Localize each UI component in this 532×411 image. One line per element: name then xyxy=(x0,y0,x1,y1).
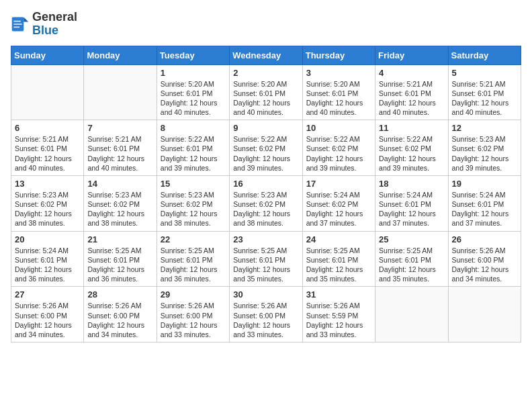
day-number: 31 xyxy=(306,289,371,300)
day-number: 18 xyxy=(379,179,444,189)
day-number: 26 xyxy=(452,234,517,244)
calendar-cell xyxy=(84,64,157,120)
calendar-table: SundayMondayTuesdayWednesdayThursdayFrid… xyxy=(11,46,521,342)
day-number: 22 xyxy=(161,234,226,244)
day-info: Sunrise: 5:20 AMSunset: 6:01 PMDaylight:… xyxy=(161,79,226,118)
calendar-week-4: 20Sunrise: 5:24 AMSunset: 6:01 PMDayligh… xyxy=(11,231,521,287)
weekday-header-thursday: Thursday xyxy=(302,46,375,64)
calendar-cell: 6Sunrise: 5:21 AMSunset: 6:01 PMDaylight… xyxy=(11,120,84,176)
calendar-cell: 10Sunrise: 5:22 AMSunset: 6:02 PMDayligh… xyxy=(302,120,375,176)
day-number: 21 xyxy=(87,234,152,244)
day-info: Sunrise: 5:22 AMSunset: 6:02 PMDaylight:… xyxy=(306,134,371,173)
day-number: 29 xyxy=(161,289,226,300)
logo-icon xyxy=(11,15,30,34)
day-number: 4 xyxy=(379,68,444,78)
day-number: 12 xyxy=(452,123,517,133)
weekday-header-monday: Monday xyxy=(84,46,157,64)
svg-rect-3 xyxy=(13,24,21,25)
weekday-header-saturday: Saturday xyxy=(448,46,521,64)
calendar-week-1: 1Sunrise: 5:20 AMSunset: 6:01 PMDaylight… xyxy=(11,64,521,120)
weekday-header-wednesday: Wednesday xyxy=(230,46,302,64)
day-number: 2 xyxy=(233,68,298,78)
day-info: Sunrise: 5:26 AMSunset: 6:00 PMDaylight:… xyxy=(452,246,517,284)
weekday-header-tuesday: Tuesday xyxy=(157,46,229,64)
calendar-week-3: 13Sunrise: 5:23 AMSunset: 6:02 PMDayligh… xyxy=(11,175,521,231)
day-number: 13 xyxy=(15,179,80,189)
calendar-cell: 31Sunrise: 5:26 AMSunset: 5:59 PMDayligh… xyxy=(302,287,375,342)
day-info: Sunrise: 5:25 AMSunset: 6:01 PMDaylight:… xyxy=(233,246,298,284)
calendar-week-2: 6Sunrise: 5:21 AMSunset: 6:01 PMDaylight… xyxy=(11,120,521,176)
day-info: Sunrise: 5:26 AMSunset: 6:00 PMDaylight:… xyxy=(161,301,226,339)
calendar-cell: 27Sunrise: 5:26 AMSunset: 6:00 PMDayligh… xyxy=(11,287,84,342)
day-number: 11 xyxy=(379,123,444,133)
day-number: 14 xyxy=(87,179,152,189)
calendar-cell: 7Sunrise: 5:21 AMSunset: 6:01 PMDaylight… xyxy=(84,120,157,176)
day-info: Sunrise: 5:23 AMSunset: 6:02 PMDaylight:… xyxy=(15,190,80,228)
day-info: Sunrise: 5:23 AMSunset: 6:02 PMDaylight:… xyxy=(452,134,517,173)
day-info: Sunrise: 5:23 AMSunset: 6:02 PMDaylight:… xyxy=(87,190,152,228)
weekday-header-row: SundayMondayTuesdayWednesdayThursdayFrid… xyxy=(11,46,521,64)
day-info: Sunrise: 5:21 AMSunset: 6:01 PMDaylight:… xyxy=(379,79,444,118)
calendar-cell: 4Sunrise: 5:21 AMSunset: 6:01 PMDaylight… xyxy=(375,64,448,120)
weekday-header-sunday: Sunday xyxy=(11,46,84,64)
calendar-cell: 26Sunrise: 5:26 AMSunset: 6:00 PMDayligh… xyxy=(448,231,521,287)
day-number: 24 xyxy=(306,234,371,244)
calendar-cell: 17Sunrise: 5:24 AMSunset: 6:02 PMDayligh… xyxy=(302,175,375,231)
calendar-cell xyxy=(375,287,448,342)
calendar-cell: 22Sunrise: 5:25 AMSunset: 6:01 PMDayligh… xyxy=(157,231,229,287)
day-info: Sunrise: 5:26 AMSunset: 6:00 PMDaylight:… xyxy=(233,301,298,339)
day-info: Sunrise: 5:20 AMSunset: 6:01 PMDaylight:… xyxy=(306,79,371,118)
day-number: 20 xyxy=(15,234,80,244)
calendar-cell xyxy=(11,64,84,120)
day-info: Sunrise: 5:22 AMSunset: 6:01 PMDaylight:… xyxy=(161,134,226,173)
calendar-cell: 8Sunrise: 5:22 AMSunset: 6:01 PMDaylight… xyxy=(157,120,229,176)
logo: GeneralBlue xyxy=(11,11,77,38)
logo-text: GeneralBlue xyxy=(32,11,77,38)
calendar-cell: 14Sunrise: 5:23 AMSunset: 6:02 PMDayligh… xyxy=(84,175,157,231)
calendar-cell: 12Sunrise: 5:23 AMSunset: 6:02 PMDayligh… xyxy=(448,120,521,176)
calendar-cell xyxy=(448,287,521,342)
day-info: Sunrise: 5:20 AMSunset: 6:01 PMDaylight:… xyxy=(233,79,298,118)
calendar-cell: 3Sunrise: 5:20 AMSunset: 6:01 PMDaylight… xyxy=(302,64,375,120)
day-info: Sunrise: 5:26 AMSunset: 6:00 PMDaylight:… xyxy=(15,301,80,339)
calendar-cell: 29Sunrise: 5:26 AMSunset: 6:00 PMDayligh… xyxy=(157,287,229,342)
day-number: 8 xyxy=(161,123,226,133)
day-number: 7 xyxy=(87,123,152,133)
calendar-cell: 30Sunrise: 5:26 AMSunset: 6:00 PMDayligh… xyxy=(230,287,302,342)
calendar-cell: 2Sunrise: 5:20 AMSunset: 6:01 PMDaylight… xyxy=(230,64,302,120)
calendar-cell: 11Sunrise: 5:22 AMSunset: 6:02 PMDayligh… xyxy=(375,120,448,176)
day-info: Sunrise: 5:21 AMSunset: 6:01 PMDaylight:… xyxy=(87,134,152,173)
day-info: Sunrise: 5:24 AMSunset: 6:01 PMDaylight:… xyxy=(15,246,80,284)
calendar-cell: 19Sunrise: 5:24 AMSunset: 6:01 PMDayligh… xyxy=(448,175,521,231)
calendar-cell: 21Sunrise: 5:25 AMSunset: 6:01 PMDayligh… xyxy=(84,231,157,287)
day-number: 19 xyxy=(452,179,517,189)
calendar-cell: 9Sunrise: 5:22 AMSunset: 6:02 PMDaylight… xyxy=(230,120,302,176)
svg-rect-2 xyxy=(13,21,21,22)
day-number: 6 xyxy=(15,123,80,133)
calendar-cell: 23Sunrise: 5:25 AMSunset: 6:01 PMDayligh… xyxy=(230,231,302,287)
svg-marker-1 xyxy=(24,17,28,21)
day-number: 9 xyxy=(233,123,298,133)
day-number: 30 xyxy=(233,289,298,300)
calendar-cell: 16Sunrise: 5:23 AMSunset: 6:02 PMDayligh… xyxy=(230,175,302,231)
calendar-cell: 15Sunrise: 5:23 AMSunset: 6:02 PMDayligh… xyxy=(157,175,229,231)
day-info: Sunrise: 5:24 AMSunset: 6:01 PMDaylight:… xyxy=(379,190,444,228)
weekday-header-friday: Friday xyxy=(375,46,448,64)
calendar-cell: 20Sunrise: 5:24 AMSunset: 6:01 PMDayligh… xyxy=(11,231,84,287)
day-info: Sunrise: 5:26 AMSunset: 5:59 PMDaylight:… xyxy=(306,301,371,339)
day-info: Sunrise: 5:23 AMSunset: 6:02 PMDaylight:… xyxy=(161,190,226,228)
day-number: 5 xyxy=(452,68,517,78)
calendar-cell: 25Sunrise: 5:25 AMSunset: 6:01 PMDayligh… xyxy=(375,231,448,287)
day-info: Sunrise: 5:25 AMSunset: 6:01 PMDaylight:… xyxy=(379,246,444,284)
day-info: Sunrise: 5:25 AMSunset: 6:01 PMDaylight:… xyxy=(306,246,371,284)
calendar-cell: 18Sunrise: 5:24 AMSunset: 6:01 PMDayligh… xyxy=(375,175,448,231)
day-number: 23 xyxy=(233,234,298,244)
calendar-cell: 28Sunrise: 5:26 AMSunset: 6:00 PMDayligh… xyxy=(84,287,157,342)
day-number: 16 xyxy=(233,179,298,189)
day-info: Sunrise: 5:21 AMSunset: 6:01 PMDaylight:… xyxy=(452,79,517,118)
calendar-week-5: 27Sunrise: 5:26 AMSunset: 6:00 PMDayligh… xyxy=(11,287,521,342)
day-info: Sunrise: 5:25 AMSunset: 6:01 PMDaylight:… xyxy=(87,246,152,284)
day-info: Sunrise: 5:24 AMSunset: 6:02 PMDaylight:… xyxy=(306,190,371,228)
calendar-cell: 1Sunrise: 5:20 AMSunset: 6:01 PMDaylight… xyxy=(157,64,229,120)
day-number: 27 xyxy=(15,289,80,300)
